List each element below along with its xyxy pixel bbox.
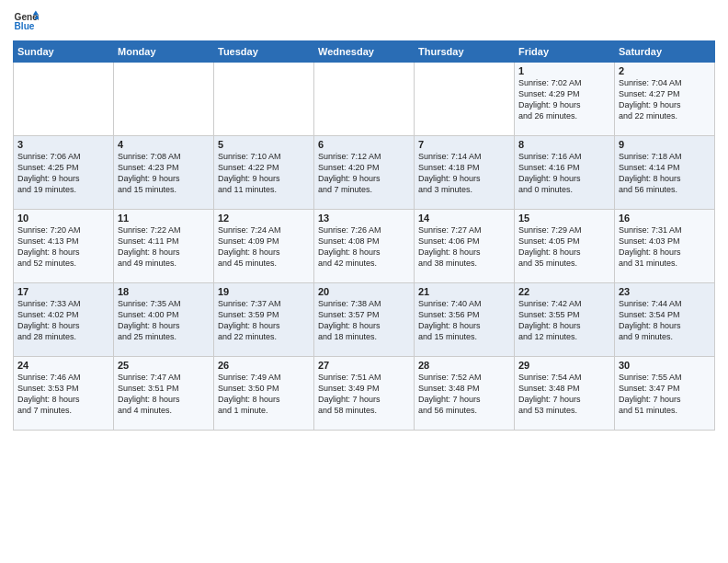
day-info: Sunrise: 7:22 AM Sunset: 4:11 PM Dayligh…: [118, 224, 210, 270]
day-cell-19: 15Sunrise: 7:29 AM Sunset: 4:05 PM Dayli…: [515, 210, 615, 283]
day-info: Sunrise: 7:04 AM Sunset: 4:27 PM Dayligh…: [619, 77, 711, 122]
week-row-3: 10Sunrise: 7:20 AM Sunset: 4:13 PM Dayli…: [14, 210, 715, 283]
day-cell-3: [314, 63, 415, 136]
week-row-1: 1Sunrise: 7:02 AM Sunset: 4:29 PM Daylig…: [14, 63, 715, 136]
day-cell-9: 5Sunrise: 7:10 AM Sunset: 4:22 PM Daylig…: [214, 136, 314, 210]
weekday-header-friday: Friday: [515, 41, 615, 63]
weekday-header-monday: Monday: [114, 41, 214, 63]
page: General Blue SundayMondayTuesdayWednesda…: [0, 0, 728, 563]
day-cell-18: 14Sunrise: 7:27 AM Sunset: 4:06 PM Dayli…: [415, 210, 515, 283]
day-cell-20: 16Sunrise: 7:31 AM Sunset: 4:03 PM Dayli…: [615, 210, 715, 283]
day-number: 23: [619, 286, 711, 297]
day-info: Sunrise: 7:42 AM Sunset: 3:55 PM Dayligh…: [518, 298, 610, 343]
day-number: 18: [118, 286, 210, 297]
day-cell-33: 29Sunrise: 7:54 AM Sunset: 3:48 PM Dayli…: [515, 357, 615, 431]
day-cell-25: 21Sunrise: 7:40 AM Sunset: 3:56 PM Dayli…: [415, 283, 515, 357]
week-row-4: 17Sunrise: 7:33 AM Sunset: 4:02 PM Dayli…: [14, 283, 715, 357]
day-number: 6: [318, 139, 410, 150]
day-info: Sunrise: 7:49 AM Sunset: 3:50 PM Dayligh…: [218, 372, 310, 417]
day-cell-12: 8Sunrise: 7:16 AM Sunset: 4:16 PM Daylig…: [515, 136, 615, 210]
day-info: Sunrise: 7:12 AM Sunset: 4:20 PM Dayligh…: [318, 151, 410, 196]
day-number: 16: [619, 213, 711, 224]
weekday-header-wednesday: Wednesday: [314, 41, 415, 63]
day-cell-17: 13Sunrise: 7:26 AM Sunset: 4:08 PM Dayli…: [314, 210, 415, 283]
day-info: Sunrise: 7:54 AM Sunset: 3:48 PM Dayligh…: [518, 372, 610, 417]
day-info: Sunrise: 7:37 AM Sunset: 3:59 PM Dayligh…: [218, 298, 310, 343]
day-cell-8: 4Sunrise: 7:08 AM Sunset: 4:23 PM Daylig…: [114, 136, 214, 210]
day-cell-28: 24Sunrise: 7:46 AM Sunset: 3:53 PM Dayli…: [14, 357, 114, 431]
day-info: Sunrise: 7:24 AM Sunset: 4:09 PM Dayligh…: [218, 224, 310, 270]
day-cell-7: 3Sunrise: 7:06 AM Sunset: 4:25 PM Daylig…: [14, 136, 114, 210]
day-cell-31: 27Sunrise: 7:51 AM Sunset: 3:49 PM Dayli…: [314, 357, 415, 431]
day-info: Sunrise: 7:08 AM Sunset: 4:23 PM Dayligh…: [118, 151, 210, 196]
day-cell-22: 18Sunrise: 7:35 AM Sunset: 4:00 PM Dayli…: [114, 283, 214, 357]
day-cell-30: 26Sunrise: 7:49 AM Sunset: 3:50 PM Dayli…: [214, 357, 314, 431]
day-number: 13: [318, 213, 410, 224]
day-number: 27: [318, 360, 410, 371]
day-info: Sunrise: 7:52 AM Sunset: 3:48 PM Dayligh…: [418, 372, 510, 417]
day-info: Sunrise: 7:27 AM Sunset: 4:06 PM Dayligh…: [418, 224, 510, 270]
day-number: 21: [418, 286, 510, 297]
day-number: 30: [619, 360, 711, 371]
week-row-5: 24Sunrise: 7:46 AM Sunset: 3:53 PM Dayli…: [14, 357, 715, 431]
day-cell-2: [214, 63, 314, 136]
day-number: 8: [518, 139, 610, 150]
day-info: Sunrise: 7:51 AM Sunset: 3:49 PM Dayligh…: [318, 372, 410, 417]
day-number: 17: [17, 286, 109, 297]
day-number: 29: [518, 360, 610, 371]
day-cell-0: [14, 63, 114, 136]
svg-text:Blue: Blue: [15, 21, 35, 31]
week-row-2: 3Sunrise: 7:06 AM Sunset: 4:25 PM Daylig…: [14, 136, 715, 210]
day-cell-26: 22Sunrise: 7:42 AM Sunset: 3:55 PM Dayli…: [515, 283, 615, 357]
day-info: Sunrise: 7:38 AM Sunset: 3:57 PM Dayligh…: [318, 298, 410, 343]
day-number: 11: [118, 213, 210, 224]
day-info: Sunrise: 7:10 AM Sunset: 4:22 PM Dayligh…: [218, 151, 310, 196]
day-number: 26: [218, 360, 310, 371]
day-number: 22: [518, 286, 610, 297]
day-info: Sunrise: 7:55 AM Sunset: 3:47 PM Dayligh…: [619, 372, 711, 417]
day-info: Sunrise: 7:29 AM Sunset: 4:05 PM Dayligh…: [518, 224, 610, 270]
day-number: 20: [318, 286, 410, 297]
day-number: 7: [418, 139, 510, 150]
weekday-header-saturday: Saturday: [615, 41, 715, 63]
logo: General Blue: [13, 9, 42, 35]
day-cell-24: 20Sunrise: 7:38 AM Sunset: 3:57 PM Dayli…: [314, 283, 415, 357]
day-number: 3: [17, 139, 109, 150]
day-number: 5: [218, 139, 310, 150]
day-number: 14: [418, 213, 510, 224]
day-number: 9: [619, 139, 711, 150]
day-cell-5: 1Sunrise: 7:02 AM Sunset: 4:29 PM Daylig…: [515, 63, 615, 136]
day-cell-23: 19Sunrise: 7:37 AM Sunset: 3:59 PM Dayli…: [214, 283, 314, 357]
day-cell-32: 28Sunrise: 7:52 AM Sunset: 3:48 PM Dayli…: [415, 357, 515, 431]
day-info: Sunrise: 7:40 AM Sunset: 3:56 PM Dayligh…: [418, 298, 510, 343]
day-number: 24: [17, 360, 109, 371]
day-info: Sunrise: 7:16 AM Sunset: 4:16 PM Dayligh…: [518, 151, 610, 196]
day-number: 12: [218, 213, 310, 224]
day-info: Sunrise: 7:35 AM Sunset: 4:00 PM Dayligh…: [118, 298, 210, 343]
day-number: 28: [418, 360, 510, 371]
day-cell-11: 7Sunrise: 7:14 AM Sunset: 4:18 PM Daylig…: [415, 136, 515, 210]
day-info: Sunrise: 7:33 AM Sunset: 4:02 PM Dayligh…: [17, 298, 109, 343]
calendar-table: SundayMondayTuesdayWednesdayThursdayFrid…: [13, 40, 715, 431]
weekday-header-sunday: Sunday: [14, 41, 114, 63]
day-info: Sunrise: 7:06 AM Sunset: 4:25 PM Dayligh…: [17, 151, 109, 196]
weekday-header-tuesday: Tuesday: [214, 41, 314, 63]
day-cell-13: 9Sunrise: 7:18 AM Sunset: 4:14 PM Daylig…: [615, 136, 715, 210]
day-cell-21: 17Sunrise: 7:33 AM Sunset: 4:02 PM Dayli…: [14, 283, 114, 357]
day-cell-27: 23Sunrise: 7:44 AM Sunset: 3:54 PM Dayli…: [615, 283, 715, 357]
day-number: 15: [518, 213, 610, 224]
day-cell-1: [114, 63, 214, 136]
weekday-header-row: SundayMondayTuesdayWednesdayThursdayFrid…: [14, 41, 715, 63]
day-number: 2: [619, 65, 711, 76]
day-number: 19: [218, 286, 310, 297]
day-cell-29: 25Sunrise: 7:47 AM Sunset: 3:51 PM Dayli…: [114, 357, 214, 431]
day-info: Sunrise: 7:14 AM Sunset: 4:18 PM Dayligh…: [418, 151, 510, 196]
header: General Blue: [13, 9, 715, 35]
day-cell-6: 2Sunrise: 7:04 AM Sunset: 4:27 PM Daylig…: [615, 63, 715, 136]
day-info: Sunrise: 7:18 AM Sunset: 4:14 PM Dayligh…: [619, 151, 711, 196]
day-info: Sunrise: 7:02 AM Sunset: 4:29 PM Dayligh…: [518, 77, 610, 122]
day-cell-4: [415, 63, 515, 136]
day-cell-16: 12Sunrise: 7:24 AM Sunset: 4:09 PM Dayli…: [214, 210, 314, 283]
day-cell-34: 30Sunrise: 7:55 AM Sunset: 3:47 PM Dayli…: [615, 357, 715, 431]
day-cell-10: 6Sunrise: 7:12 AM Sunset: 4:20 PM Daylig…: [314, 136, 415, 210]
